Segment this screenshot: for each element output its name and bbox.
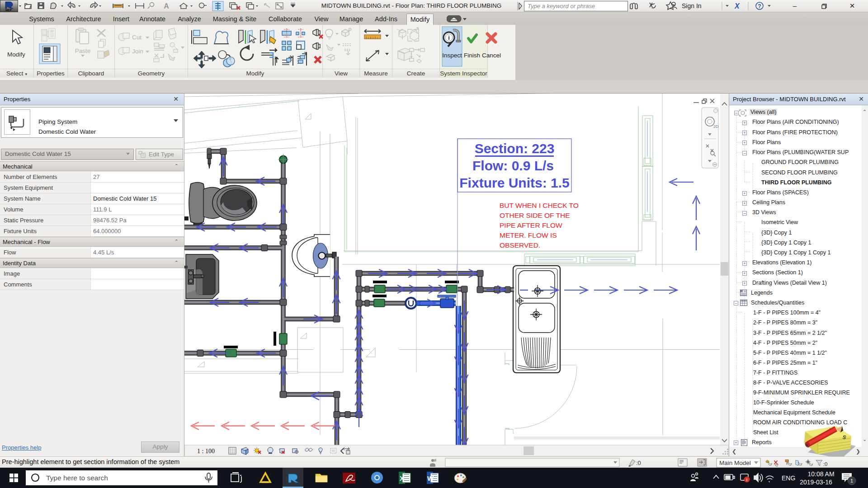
svg-text::0: :0 [823, 461, 828, 467]
svg-text:ENG: ENG [782, 474, 795, 482]
svg-text:Fixture Units: 1.5: Fixture Units: 1.5 [459, 175, 569, 190]
svg-text:MEP: MEP [5, 9, 12, 12]
svg-text:OBSERVED.: OBSERVED. [500, 241, 540, 249]
svg-text:1 : 100: 1 : 100 [197, 448, 215, 455]
svg-text:Flow: 0.9 L/s: Flow: 0.9 L/s [472, 158, 554, 173]
svg-text:OTHER SIDE OF THE: OTHER SIDE OF THE [500, 211, 570, 219]
svg-text:Type here to search: Type here to search [46, 474, 108, 482]
svg-text:2D: 2D [713, 124, 719, 129]
svg-text:Join: Join [132, 48, 143, 55]
svg-text:A: A [164, 2, 169, 10]
svg-text:2019-03-16: 2019-03-16 [800, 479, 832, 486]
svg-text:Section: 223: Section: 223 [475, 141, 555, 156]
svg-text:i: i [448, 34, 450, 41]
svg-text:X: X [400, 474, 404, 482]
svg-text:PIPE AFTER FLOW: PIPE AFTER FLOW [500, 221, 562, 229]
svg-text:Main Model: Main Model [719, 460, 751, 466]
svg-text:W: W [427, 474, 434, 482]
svg-text:X: X [734, 2, 740, 10]
svg-text:Modify: Modify [7, 51, 25, 58]
svg-text:Cancel: Cancel [482, 52, 501, 59]
svg-text:1: 1 [850, 478, 853, 483]
svg-text:!: ! [746, 478, 748, 482]
svg-text:10:08 AM: 10:08 AM [807, 470, 834, 478]
svg-text:Sign In: Sign In [682, 2, 702, 9]
svg-text:Paste: Paste [75, 47, 91, 54]
svg-text:METER. FLOW IS: METER. FLOW IS [500, 231, 557, 239]
svg-text:Finish: Finish [464, 52, 480, 59]
svg-text:Inspect: Inspect [442, 52, 462, 59]
svg-text:?: ? [758, 3, 761, 9]
svg-text:Cut: Cut [132, 34, 142, 41]
svg-text:BUT WHEN I CHECK TO: BUT WHEN I CHECK TO [500, 202, 579, 209]
svg-text::0: :0 [636, 460, 641, 466]
